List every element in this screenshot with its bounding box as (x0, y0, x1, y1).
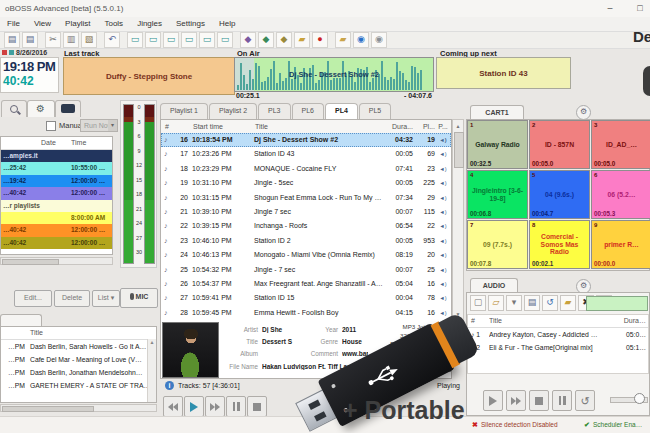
playlist-row[interactable]: ♪1810:23:29 PMMONAQUE - Cocaine FLY07:41… (161, 162, 451, 176)
scheduler-row[interactable]: …40:4212:00:00 … (1, 237, 112, 249)
import-icon[interactable]: ▰ (560, 295, 576, 311)
scrollbar-thumb[interactable] (2, 259, 59, 265)
view-grid-icon[interactable]: ▭ (163, 32, 179, 48)
cart-button-9[interactable]: 9primer R…00:00.0 (591, 220, 650, 269)
menu-item-file[interactable]: File (0, 17, 27, 28)
menu-item-tools[interactable]: Tools (97, 17, 130, 28)
refresh-icon[interactable]: ↺ (542, 295, 558, 311)
menu-item-help[interactable]: Help (212, 17, 242, 28)
menu-item-view[interactable]: View (27, 17, 58, 28)
queue-row[interactable]: …PMCafe Del Mar - Meaning of Love (V… (1, 353, 156, 366)
run-now-dropdown[interactable]: Run Now ▾ (80, 119, 118, 132)
open-dropdown-icon[interactable]: ▾ (506, 295, 522, 311)
scheduler-row[interactable]: …19:4212:00:00 … (1, 175, 112, 187)
cart-button-1[interactable]: 1Galway Radio00:32.5 (467, 120, 528, 169)
cart-button-5[interactable]: 504 (9.6s.)00:04.7 (529, 170, 590, 219)
globe-icon[interactable]: ◉ (371, 32, 387, 48)
save-all-icon[interactable]: ▤ (22, 32, 38, 48)
playlist-tab-pl4[interactable]: PL4 (325, 103, 358, 120)
menu-item-settings[interactable]: Settings (169, 17, 212, 28)
list-dropdown-button[interactable]: List ▾ (92, 290, 120, 307)
cart-button-2[interactable]: 2ID - 857N00:05.0 (529, 120, 590, 169)
queue-hscrollbar[interactable] (0, 404, 157, 412)
view-cart-icon[interactable]: ▭ (181, 32, 197, 48)
copy-icon[interactable]: ▥ (63, 32, 79, 48)
reports-icon[interactable]: ◆ (276, 32, 292, 48)
playlist-row[interactable]: ♪2010:31:15 PMShogun Feat Emma Lock - Ru… (161, 191, 451, 205)
cart-button-4[interactable]: 4Jingleintro [3-6-19-8]00:06.8 (467, 170, 528, 219)
jingle-machine-icon[interactable]: ◆ (240, 32, 256, 48)
playlist-tab-pl6[interactable]: PL6 (292, 103, 324, 120)
audio-forward-button[interactable] (506, 390, 526, 411)
stop-button[interactable] (247, 396, 267, 417)
playlist-tab-playlist-1[interactable]: Playlist 1 (160, 103, 208, 120)
save-icon[interactable]: ▤ (4, 32, 20, 48)
archive-icon[interactable]: ▰ (335, 32, 351, 48)
folder-icon[interactable]: ▰ (294, 32, 310, 48)
rewind-button[interactable] (163, 396, 183, 417)
playlist-row[interactable]: ♪2210:39:15 PMInchanga - Roofs06:5422◄) (161, 219, 451, 233)
open-icon[interactable]: ▱ (488, 295, 504, 311)
on-air-waveform[interactable]: Dj She - Dessert Show #2 (234, 57, 434, 92)
new-icon[interactable]: ▢ (470, 295, 486, 311)
cart-button-7[interactable]: 709 (7.7s.)00:07.8 (467, 220, 528, 269)
tab-scheduler[interactable]: ⚙ (27, 100, 55, 117)
scheduler-hscrollbar[interactable] (0, 257, 113, 265)
audio-tab[interactable]: AUDIO (470, 278, 518, 293)
edit-button[interactable]: Edit... (14, 290, 52, 307)
queue-row[interactable]: …PMDash Berlin, Jonathan Mendelsohn… (1, 366, 156, 379)
playlist-row[interactable]: ♪2110:39:10 PMJingle 7 sec00:07115◄) (161, 205, 451, 219)
playlist-row[interactable]: ♪1910:31:10 PMJingle - 5sec00:05225◄) (161, 176, 451, 190)
scheduler-row[interactable]: …25:4210:55:00 … (1, 162, 112, 174)
cart-settings-gear-icon[interactable]: ⚙ (576, 105, 591, 120)
web-export-icon[interactable]: ◉ (353, 32, 369, 48)
playlist-tab-playlist-2[interactable]: Playlist 2 (209, 103, 257, 120)
chevron-down-icon[interactable]: ▾ (108, 120, 117, 131)
maximize-button[interactable]: □ (630, 2, 650, 15)
scheduler-row[interactable]: …amples.it (1, 150, 112, 162)
cut-icon[interactable]: ✂ (45, 32, 61, 48)
cart-button-3[interactable]: 3ID_AD_…00:05.0 (591, 120, 650, 169)
tab-snapshot[interactable] (55, 100, 81, 117)
playlist-row[interactable]: ♪2610:54:37 PMMax Freegrant feat. Ange S… (161, 277, 451, 291)
view-double-icon[interactable]: ▭ (145, 32, 161, 48)
manual-checkbox[interactable] (46, 121, 56, 131)
scroll-up-icon[interactable]: ▲ (453, 123, 463, 129)
music-library-icon[interactable]: ◆ (258, 32, 274, 48)
undo-icon[interactable]: ↶ (104, 32, 120, 48)
menu-item-playlist[interactable]: Playlist (58, 17, 97, 28)
playlist-vscrollbar[interactable]: ▲ ▼ (452, 119, 464, 321)
scheduler-row[interactable]: …r playlists (1, 200, 112, 212)
playlist-row[interactable]: ♪1610:18:54 PMDj She - Dessert Show #204… (161, 133, 451, 147)
cart-button-8[interactable]: 8Comercial - Somos Mas Radio00:02.1 (529, 220, 590, 269)
minimize-button[interactable]: – (600, 2, 620, 15)
delete-button[interactable]: Delete (54, 290, 90, 307)
record-icon[interactable]: ● (312, 32, 328, 48)
scrollbar-thumb[interactable] (2, 406, 94, 412)
cart-button-6[interactable]: 606 (5.2…00:05.3 (591, 170, 650, 219)
playlist-row[interactable]: ♪2410:46:13 PMMonogato - Miami Vibe (Omn… (161, 248, 451, 262)
queue-row[interactable]: …PMGARETH EMERY - A STATE OF TRA… (1, 379, 156, 392)
playlist-row[interactable]: ♪2710:59:41 PMStation ID 1500:0478◄) (161, 291, 451, 305)
view-single-icon[interactable]: ▭ (127, 32, 143, 48)
scheduler-row[interactable]: 8:00:00 AM (1, 212, 112, 224)
tab-search[interactable] (1, 100, 27, 117)
playlist-tab-pl3[interactable]: PL3 (258, 103, 290, 120)
view-mixer-icon[interactable]: ▭ (199, 32, 215, 48)
cart-tab[interactable]: CART1 (470, 105, 524, 120)
volume-slider-knob[interactable] (634, 393, 645, 404)
audio-row[interactable]: ♪ 1Andrey Kayton, Casey - Addicted …05:0… (468, 328, 648, 341)
playlist-row[interactable]: ♪2310:46:10 PMStation ID 200:05953◄) (161, 234, 451, 248)
queue-vscrollbar[interactable]: ▲ (147, 339, 156, 402)
save-icon[interactable]: ▤ (524, 295, 540, 311)
forward-button[interactable] (205, 396, 225, 417)
menu-item-jingles[interactable]: Jingles (130, 17, 169, 28)
audio-loop-button[interactable]: ↺ (575, 390, 595, 411)
play-button[interactable] (184, 396, 204, 417)
queue-row[interactable]: …PMDash Berlin, Sarah Howells - Go It A… (1, 340, 156, 353)
playlist-tab-pl5[interactable]: PL5 (359, 103, 391, 120)
view-log-icon[interactable]: ▭ (217, 32, 233, 48)
playlist-row[interactable]: ♪2810:59:45 PMEmma Hewitt - Foolish Boy0… (161, 306, 451, 320)
mic-button[interactable]: MIC (120, 288, 158, 308)
playlist-row[interactable]: ♪1710:23:26 PMStation ID 4300:0569◄) (161, 147, 451, 161)
